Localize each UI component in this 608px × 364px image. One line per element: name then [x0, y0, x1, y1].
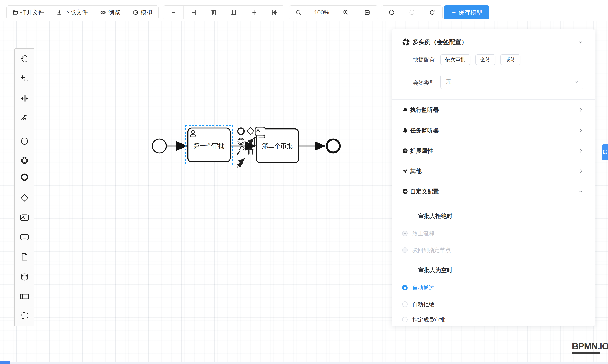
align-right-icon [190, 9, 197, 16]
radio-label: 自动拒绝 [412, 301, 434, 308]
radio-terminate-process[interactable]: 终止流程 [402, 228, 434, 239]
lasso-icon [20, 74, 29, 84]
hand-tool[interactable] [20, 54, 29, 63]
section-task-listener[interactable]: 任务监听器 [392, 120, 595, 141]
radio-label: 自动通过 [412, 284, 434, 292]
eye-icon [100, 9, 106, 16]
sign-type-value: 无 [446, 78, 451, 85]
gateway-icon [20, 193, 29, 202]
align-center-horizontal-icon [251, 9, 257, 16]
simulate-button[interactable]: 模拟 [126, 6, 159, 19]
participant-icon [20, 292, 29, 301]
align-right-button[interactable] [184, 6, 204, 19]
sign-type-select[interactable]: 无 [440, 75, 584, 89]
redo-button[interactable] [402, 6, 422, 19]
section-other[interactable]: 其他 [392, 161, 595, 181]
section-label: 自定义配置 [410, 188, 439, 195]
properties-panel: 多实例（会签配置） 快捷配置 依次审批 会签 或签 会签类型 无 执行 [392, 29, 595, 326]
palette-group[interactable] [20, 311, 29, 320]
radio-assign-member[interactable]: 指定成员审批 [402, 314, 445, 325]
radio-icon [402, 247, 408, 253]
chevron-down-icon [574, 79, 579, 84]
open-file-button[interactable]: 打开文件 [7, 6, 50, 19]
quick-config-orsign-button[interactable]: 或签 [501, 54, 520, 65]
panel-title: 多实例（会签配置） [412, 38, 467, 46]
download-file-button[interactable]: 下载文件 [50, 6, 94, 19]
align-bottom-icon [231, 9, 237, 16]
align-center-button[interactable] [244, 6, 264, 19]
palette-start-event[interactable] [20, 136, 29, 146]
palette-end-event[interactable] [20, 173, 29, 182]
quick-config-sequential-button[interactable]: 依次审批 [440, 54, 470, 65]
save-model-button[interactable]: ＋ 保存模型 [444, 5, 489, 19]
radio-return-to-node[interactable]: 驳回到指定节点 [402, 244, 451, 256]
download-icon [56, 10, 62, 15]
section-label: 任务监听器 [410, 127, 439, 134]
palette-data-object[interactable] [20, 252, 29, 261]
zoom-level[interactable]: 100% [308, 6, 335, 19]
bottom-scrollbar-track[interactable] [0, 362, 608, 364]
divider [392, 202, 595, 202]
data-object-icon [20, 252, 29, 261]
bell-icon [402, 128, 408, 133]
reset-button[interactable] [422, 6, 442, 19]
group-icon [20, 311, 29, 320]
top-toolbar: 打开文件 下载文件 浏览 模 [0, 0, 608, 21]
palette-sub-process[interactable] [20, 233, 29, 242]
align-left-button[interactable] [163, 6, 184, 19]
zoom-in-icon [343, 10, 349, 15]
section-extended-properties[interactable]: 扩展属性 [392, 141, 595, 161]
palette-user-task[interactable] [20, 213, 29, 222]
bottom-left-chip[interactable] [0, 361, 10, 364]
lasso-tool[interactable] [20, 74, 29, 84]
gear-icon [602, 149, 608, 155]
sub-process-icon [20, 233, 29, 242]
palette-intermediate-event[interactable] [20, 156, 29, 165]
multi-instance-icon [402, 38, 410, 46]
fit-viewport-button[interactable] [357, 6, 378, 19]
section-custom-config[interactable]: 自定义配置 [392, 181, 595, 202]
palette-gateway[interactable] [20, 193, 29, 202]
palette-participant[interactable] [20, 292, 29, 301]
element-palette [14, 48, 34, 326]
zoom-out-icon [296, 10, 302, 15]
radio-icon [402, 231, 408, 236]
align-left-icon [170, 9, 176, 16]
plus-circle-icon [402, 188, 408, 194]
preview-button[interactable]: 浏览 [94, 6, 127, 19]
bpmn-io-logo-text: BPMN.iO [572, 341, 608, 351]
preview-label: 浏览 [108, 8, 120, 16]
save-model-label: 保存模型 [459, 8, 482, 16]
radio-auto-pass[interactable]: 自动通过 [402, 282, 434, 294]
zoom-out-button[interactable] [289, 6, 308, 19]
undo-button[interactable] [382, 6, 402, 19]
chevron-right-icon [578, 107, 583, 112]
reject-group-title: 审批人拒绝时 [402, 210, 583, 222]
open-file-label: 打开文件 [21, 8, 44, 16]
chip-icon [133, 10, 139, 15]
quick-config-buttons: 依次审批 会签 或签 [440, 54, 520, 65]
space-tool-icon [20, 94, 29, 103]
palette-data-store[interactable] [20, 272, 29, 282]
section-execution-listener[interactable]: 执行监听器 [392, 100, 595, 120]
chevron-down-icon[interactable] [578, 39, 583, 45]
align-bottom-button[interactable] [224, 6, 244, 19]
zoom-in-button[interactable] [335, 6, 357, 19]
global-connect-tool[interactable] [20, 113, 29, 122]
sign-type-label: 会签类型 [402, 79, 435, 87]
settings-tab[interactable] [602, 144, 608, 160]
panel-header[interactable]: 多实例（会签配置） [402, 37, 583, 47]
reject-group-title-text: 审批人拒绝时 [418, 212, 452, 220]
simulate-label: 模拟 [141, 8, 152, 16]
section-label: 扩展属性 [410, 147, 433, 155]
align-top-button[interactable] [204, 6, 224, 19]
chevron-down-icon [578, 189, 583, 194]
zoom-level-value: 100% [314, 9, 329, 16]
align-middle-button[interactable] [264, 6, 284, 19]
start-event-icon [20, 136, 29, 146]
section-label: 执行监听器 [410, 106, 439, 114]
quick-config-countersign-button[interactable]: 会签 [476, 54, 495, 65]
space-tool[interactable] [20, 94, 29, 103]
send-icon [402, 168, 408, 174]
radio-auto-reject[interactable]: 自动拒绝 [402, 298, 434, 310]
